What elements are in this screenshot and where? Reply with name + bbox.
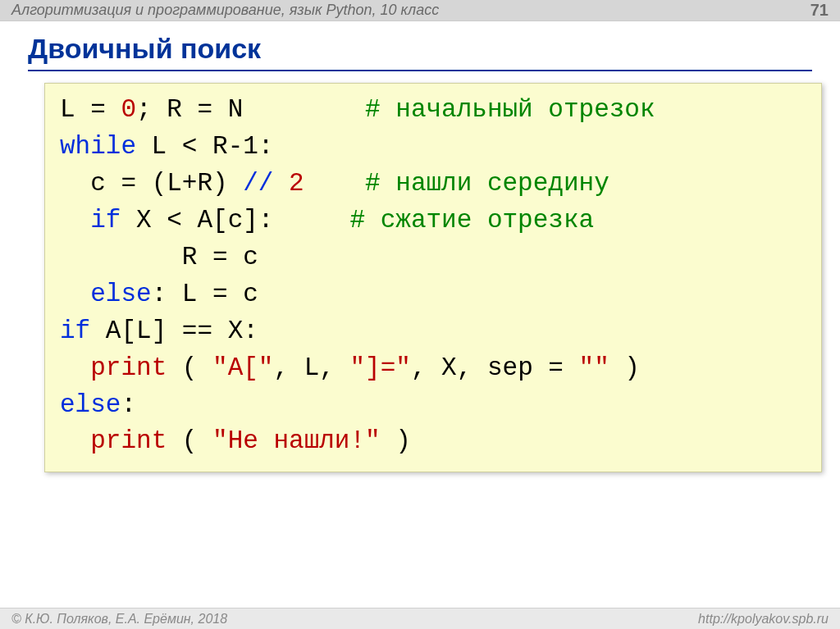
code-function: print xyxy=(90,353,167,382)
footer-url: http://kpolyakov.spb.ru xyxy=(698,612,829,627)
code-block: L = 0; R = N # начальный отрезок while L… xyxy=(44,83,822,472)
page-number: 71 xyxy=(810,1,829,20)
code-text: = xyxy=(197,243,243,271)
topbar: Алгоритмизация и программирование, язык … xyxy=(0,0,840,21)
code-text xyxy=(304,169,365,198)
code-string: "]=" xyxy=(349,353,410,382)
code-text: = xyxy=(533,353,579,382)
code-text: = xyxy=(75,95,121,124)
code-string: "Не нашли!" xyxy=(212,426,381,455)
code-function: print xyxy=(90,426,167,455)
footer: © К.Ю. Поляков, Е.А. Ерёмин, 2018 http:/… xyxy=(0,608,840,629)
code-text: ; R xyxy=(136,95,182,124)
code-text: , X, sep xyxy=(411,353,533,382)
slide: Алгоритмизация и программирование, язык … xyxy=(0,0,840,629)
code-text: ) xyxy=(381,426,411,455)
page-title: Двоичный поиск xyxy=(28,33,812,65)
title-underline xyxy=(28,70,812,71)
code-keyword: while xyxy=(60,132,136,161)
footer-copyright: © К.Ю. Поляков, Е.А. Ерёмин, 2018 xyxy=(11,612,227,627)
code-operator: // xyxy=(228,169,289,198)
code-text: ( xyxy=(167,353,212,382)
code-comment: # начальный отрезок xyxy=(365,95,655,124)
code-text: == xyxy=(167,317,227,345)
breadcrumb: Алгоритмизация и программирование, язык … xyxy=(11,2,439,19)
code-comment: # нашли середину xyxy=(365,169,609,198)
code-comment: # сжатие отрезка xyxy=(349,206,594,235)
code-text: ) xyxy=(609,353,640,382)
code-text xyxy=(60,426,90,455)
code-string: "A[" xyxy=(212,353,273,382)
code-string: "" xyxy=(579,353,609,382)
code-text: L < R-1: xyxy=(136,132,273,161)
code-text: c xyxy=(243,280,258,308)
code-text: A[L] xyxy=(90,317,167,345)
code-text: R xyxy=(60,243,197,271)
code-text: c xyxy=(60,169,106,198)
code-keyword: if xyxy=(60,317,90,345)
code-text: X < A[c]: xyxy=(121,206,349,235)
code-text xyxy=(60,206,90,235)
code-text: X: xyxy=(228,317,258,345)
code-text: : L xyxy=(152,280,198,308)
code-number: 2 xyxy=(289,169,304,198)
code-text: c xyxy=(243,243,258,271)
code-keyword: if xyxy=(90,206,121,235)
code-text: , L, xyxy=(273,353,349,382)
code-text: = xyxy=(182,95,228,124)
code-keyword: else xyxy=(90,280,151,308)
code-text: N xyxy=(228,95,365,124)
code-text: : xyxy=(121,390,136,419)
code-text xyxy=(60,353,90,382)
code-text: (L+R) xyxy=(152,169,228,198)
title-area: Двоичный поиск xyxy=(0,21,840,80)
code-text xyxy=(60,280,90,308)
code-text: = xyxy=(197,280,243,308)
code-text: L xyxy=(60,95,75,124)
code-keyword: else xyxy=(60,390,121,419)
code-number: 0 xyxy=(121,95,136,124)
code-text: ( xyxy=(167,426,212,455)
code-text: = xyxy=(106,169,152,198)
